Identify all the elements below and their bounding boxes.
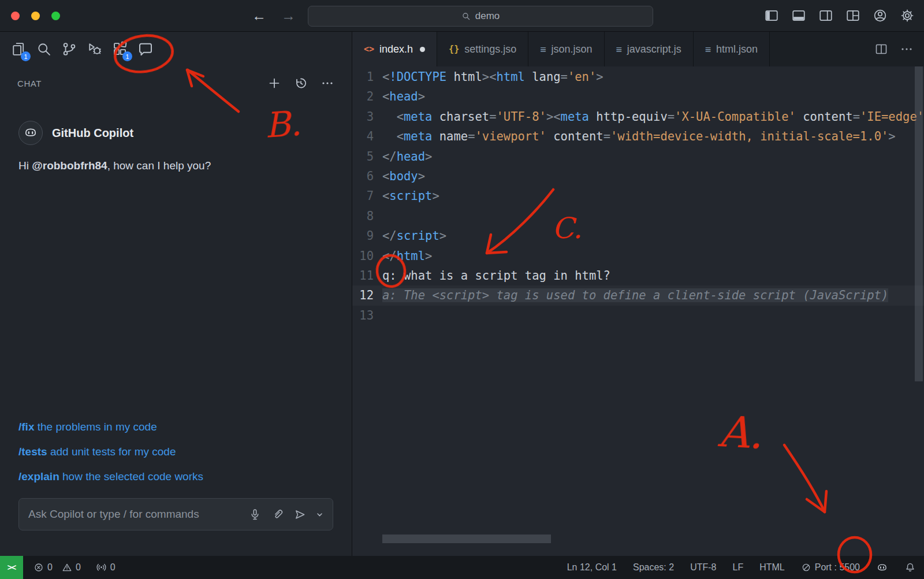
code-line-1[interactable]: 1<!DOCTYPE html><html lang='en'>: [352, 67, 924, 87]
close-window-button[interactable]: [11, 12, 20, 20]
forward-icon[interactable]: →: [281, 6, 296, 25]
tab-strip: <>index.h{}settings.jso≡json.json≡javasc…: [352, 32, 869, 66]
code-line-4[interactable]: 4 <meta name='viewport' content='width=d…: [352, 127, 924, 146]
source-control-button[interactable]: [59, 39, 80, 60]
line-content: <script>: [382, 186, 924, 206]
line-content: </head>: [382, 147, 924, 166]
code-line-9[interactable]: 9</script>: [352, 226, 924, 246]
code-line-3[interactable]: 3 <meta charset='UTF-8'><meta http-equiv…: [352, 107, 924, 127]
code-line-6[interactable]: 6<body>: [352, 166, 924, 186]
errors-item[interactable]: 0: [33, 562, 53, 573]
cursor-position-item[interactable]: Ln 12, Col 1: [567, 562, 617, 573]
live-server-port-item[interactable]: Port : 5500: [801, 562, 860, 573]
chat-panel-body: GitHub Copilot Hi @robbobfrh84, how can …: [0, 100, 352, 556]
horizontal-scrollbar[interactable]: [382, 535, 551, 543]
remote-indicator[interactable]: ><: [0, 556, 23, 579]
workbench: 1 1 CHAT: [0, 32, 924, 556]
chat-command-tests[interactable]: /tests add unit tests for my code: [18, 446, 333, 458]
line-number: 9: [352, 226, 382, 246]
code-lines: 1<!DOCTYPE html><html lang='en'>2<head>3…: [352, 67, 924, 325]
chat-header-actions: [267, 76, 334, 90]
chat-sidebar: 1 1 CHAT: [0, 32, 352, 556]
line-number: 8: [352, 206, 382, 226]
language-mode-item[interactable]: HTML: [759, 562, 785, 573]
send-icon[interactable]: [293, 508, 307, 521]
command-desc: the problems in my code: [34, 421, 157, 433]
encoding-item[interactable]: UTF-8: [690, 562, 716, 573]
run-debug-button[interactable]: [84, 39, 105, 60]
indentation-item[interactable]: Spaces: 2: [633, 562, 674, 573]
code-line-5[interactable]: 5</head>: [352, 147, 924, 166]
editor-tab-json-json[interactable]: ≡json.json: [528, 32, 604, 66]
code-line-13[interactable]: 13: [352, 306, 924, 325]
extensions-button[interactable]: 1: [110, 39, 131, 60]
customize-layout-icon[interactable]: [845, 8, 860, 23]
modified-indicator: [420, 47, 425, 52]
account-icon[interactable]: [873, 8, 888, 23]
command-center-search[interactable]: demo: [308, 6, 653, 27]
attach-context-icon[interactable]: [271, 508, 284, 521]
editor-tab-html-json[interactable]: ≡html.json: [694, 32, 770, 66]
minimize-window-button[interactable]: [31, 12, 40, 20]
copilot-status-item[interactable]: [876, 562, 888, 574]
editor-tab-settings-jso[interactable]: {}settings.jso: [437, 32, 528, 66]
code-line-2[interactable]: 2<head>: [352, 87, 924, 106]
settings-gear-icon[interactable]: [900, 8, 915, 23]
warnings-item[interactable]: 0: [62, 562, 81, 573]
editor-tab-index-h[interactable]: <>index.h: [352, 32, 437, 66]
toggle-panel-icon[interactable]: [791, 8, 806, 23]
editor-tab-bar: <>index.h{}settings.jso≡json.json≡javasc…: [352, 32, 924, 66]
line-content: <body>: [382, 166, 924, 186]
split-editor-icon[interactable]: [874, 42, 888, 56]
send-options-chevron-icon[interactable]: [316, 511, 323, 518]
greeting-username: @robbobfrh84: [32, 159, 107, 172]
line-content: [382, 306, 924, 325]
line-number: 2: [352, 87, 382, 106]
editor-group: <>index.h{}settings.jso≡json.json≡javasc…: [352, 32, 924, 556]
code-line-7[interactable]: 7<script>: [352, 186, 924, 206]
broadcast-count: 0: [110, 562, 116, 573]
toggle-primary-sidebar-icon[interactable]: [764, 8, 779, 23]
mic-icon[interactable]: [248, 508, 262, 521]
line-content: <!DOCTYPE html><html lang='en'>: [382, 67, 924, 87]
copilot-provider-name: GitHub Copilot: [52, 127, 133, 140]
status-right: Ln 12, Col 1 Spaces: 2 UTF-8 LF HTML Por…: [567, 562, 924, 574]
broadcast-item[interactable]: 0: [96, 562, 116, 573]
chat-input[interactable]: Ask Copilot or type / for commands: [18, 498, 333, 530]
search-sidebar-button[interactable]: [33, 39, 54, 60]
code-line-8[interactable]: 8: [352, 206, 924, 226]
status-bar: >< 0 0 0 Ln 12, Col 1: [0, 556, 924, 579]
line-content: <head>: [382, 87, 924, 106]
back-icon[interactable]: ←: [252, 6, 266, 25]
chat-input-placeholder: Ask Copilot or type / for commands: [28, 508, 199, 521]
chat-more-actions-icon[interactable]: [321, 76, 334, 90]
chat-button[interactable]: [135, 39, 156, 60]
maximize-window-button[interactable]: [51, 12, 60, 20]
line-number: 7: [352, 186, 382, 206]
line-number: 12: [352, 285, 382, 305]
explorer-button[interactable]: 1: [8, 39, 29, 60]
titlebar-layout-controls: [764, 8, 915, 23]
chat-history-icon[interactable]: [294, 76, 308, 90]
code-line-12[interactable]: 12a: The <script> tag is used to define …: [352, 285, 924, 305]
broadcast-icon: [96, 562, 107, 573]
file-type-icon: <>: [364, 44, 374, 54]
editor-tab-javascript-js[interactable]: ≡javascript.js: [605, 32, 694, 66]
vertical-scrollbar[interactable]: [915, 66, 923, 381]
code-line-11[interactable]: 11q: what is a script tag in html?: [352, 266, 924, 285]
line-number: 10: [352, 246, 382, 266]
eol-item[interactable]: LF: [732, 562, 743, 573]
more-editor-actions-icon[interactable]: [900, 42, 914, 56]
status-left: 0 0 0: [33, 562, 116, 573]
greeting-prefix: Hi: [18, 159, 32, 172]
error-icon: [33, 562, 44, 573]
search-icon: [461, 12, 471, 21]
chat-command-explain[interactable]: /explain how the selected code works: [18, 470, 333, 483]
new-chat-icon[interactable]: [267, 76, 281, 90]
notifications-bell-item[interactable]: [904, 562, 916, 573]
toggle-secondary-sidebar-icon[interactable]: [818, 8, 833, 23]
chat-command-fix[interactable]: /fix the problems in my code: [18, 421, 333, 433]
code-line-10[interactable]: 10</html>: [352, 246, 924, 266]
command-desc: how the selected code works: [59, 470, 203, 482]
tab-label: json.json: [551, 43, 592, 55]
